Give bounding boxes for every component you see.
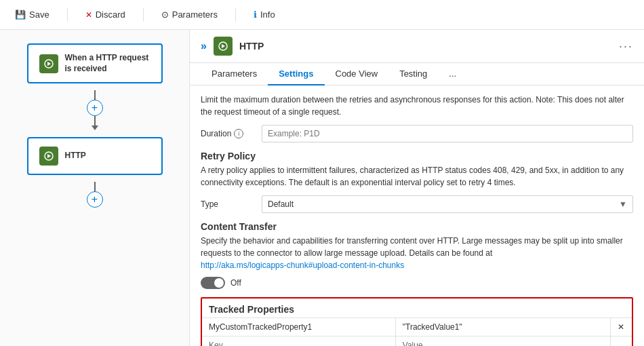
allow-chunking-row: Off [201,277,633,289]
flow-line-2 [94,116,96,126]
tracked-col-empty [610,337,632,347]
tab-more[interactable]: ... [438,63,467,85]
add-step-button-2[interactable]: + [87,191,103,208]
duration-field-row: Duration i [201,125,633,142]
type-dropdown[interactable]: Default ▼ [262,195,633,213]
flow-line-3 [94,182,96,191]
main-layout: When a HTTP request is received + HTTP +… [0,30,644,346]
type-label: Type [201,199,255,209]
tracked-row-1: MyCustomTrackedProperty1 "TrackedValue1"… [202,318,632,337]
info-icon [254,9,257,20]
action-node-http[interactable]: HTTP [27,137,163,175]
flow-connector-1: + [87,90,103,130]
dropdown-arrow-icon: ▼ [619,199,627,209]
content-transfer-desc-text: Specify the behavior and capabilities fo… [201,236,623,258]
tab-testing[interactable]: Testing [388,63,438,85]
divider-3 [235,8,236,22]
content-transfer-desc: Specify the behavior and capabilities fo… [201,235,633,271]
tracked-properties-section: Tracked Properties MyCustomTrackedProper… [201,297,633,346]
tabs-bar: Parameters Settings Code View Testing ..… [190,63,644,85]
flow-line-1 [94,90,96,100]
action-icon [39,147,58,166]
divider-2 [143,8,144,22]
add-step-button-1[interactable]: + [87,100,103,116]
action-header-title: HTTP [239,41,612,52]
tracked-col-key: Key [202,337,395,347]
toggle-knob [214,278,224,288]
parameters-label: Parameters [172,9,218,20]
tracked-properties-title: Tracked Properties [202,299,632,318]
action-more-button[interactable]: ··· [619,39,633,54]
divider-1 [67,8,68,22]
toolbar: Save Discard Parameters Info [0,0,644,30]
flow-connector-2: + [87,182,103,208]
chunking-label: Off [230,278,241,288]
content-transfer-link[interactable]: http://aka.ms/logicapps-chunk#upload-con… [201,261,404,270]
trigger-label: When a HTTP request is received [65,53,150,74]
retry-policy-desc: A retry policy applies to intermittent f… [201,164,633,189]
trigger-node[interactable]: When a HTTP request is received [27,43,163,83]
duration-input[interactable] [262,125,633,142]
save-label: Save [29,9,49,20]
tracked-delete-1[interactable]: ✕ [610,318,632,337]
right-panel: » HTTP ··· Parameters Settings Code View… [190,30,644,346]
tab-parameters[interactable]: Parameters [201,63,268,85]
type-value: Default [268,199,294,209]
save-button[interactable]: Save [11,7,54,22]
duration-info-icon[interactable]: i [234,129,243,138]
chunking-toggle[interactable] [201,277,225,289]
duration-label: Duration i [201,129,255,138]
discard-button[interactable]: Discard [81,7,129,22]
retry-policy-title: Retry Policy [201,151,633,161]
tab-settings[interactable]: Settings [268,63,324,85]
duration-description: Limit the maximum duration between the r… [201,94,633,118]
tracked-header-row: Key Value [202,337,632,347]
discard-icon [85,9,92,20]
save-icon [15,9,26,20]
tracked-properties-table: MyCustomTrackedProperty1 "TrackedValue1"… [202,318,632,346]
tracked-value-1: "TrackedValue1" [395,318,610,337]
flow-arrow-1 [92,126,98,130]
action-header: » HTTP ··· [190,30,644,63]
left-panel: When a HTTP request is received + HTTP + [0,30,190,346]
info-button[interactable]: Info [249,7,279,22]
tracked-col-value: Value [395,337,610,347]
type-field-row: Type Default ▼ [201,195,633,213]
info-label: Info [260,9,275,20]
tracked-key-1: MyCustomTrackedProperty1 [202,318,395,337]
discard-label: Discard [96,9,125,20]
expand-button[interactable]: » [201,40,207,52]
action-header-icon [214,37,233,56]
trigger-icon [39,54,58,73]
content-area: Limit the maximum duration between the r… [190,85,644,346]
parameters-button[interactable]: Parameters [157,7,222,22]
action-label: HTTP [65,151,86,161]
tab-code-view[interactable]: Code View [325,63,389,85]
parameters-icon [161,9,169,20]
content-transfer-title: Content Transfer [201,221,633,232]
